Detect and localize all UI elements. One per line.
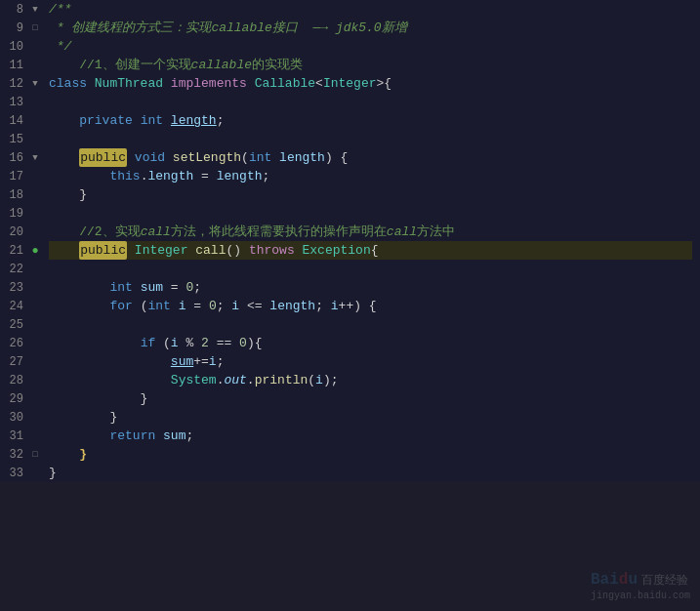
code-token: <= [239, 297, 269, 315]
fold-icon[interactable]: ▼ [29, 5, 41, 15]
line-row: 23 [0, 278, 41, 297]
line-number: 21 [0, 244, 29, 258]
line-number: 10 [0, 40, 29, 54]
code-token: == [209, 334, 239, 352]
line-row: 15 [0, 130, 41, 148]
line-row: 22 [0, 260, 41, 278]
line-row: 30 [0, 408, 41, 427]
code-line-30: } [49, 408, 692, 427]
code-token [127, 241, 135, 260]
code-token: 方法，将此线程需要执行的操作声明在 [171, 223, 387, 241]
code-token: 0 [185, 278, 193, 297]
line-row: 8 ▼ [0, 0, 41, 19]
code-token: length [171, 111, 217, 130]
line-number: 24 [0, 300, 29, 313]
code-token [49, 427, 109, 445]
code-token: 新增 [382, 19, 407, 37]
code-line-17: this.length = length; [49, 167, 692, 185]
line-row: 33 [0, 464, 41, 482]
code-token: this [109, 167, 140, 185]
code-token: % [179, 334, 201, 352]
line-number: 27 [0, 355, 29, 369]
code-token: 0 [209, 297, 217, 315]
code-token: ; [217, 297, 232, 315]
line-row: 32 □ [0, 445, 41, 464]
code-token: setLength [173, 148, 241, 167]
code-token: } [49, 464, 57, 482]
code-token: Callable [255, 74, 315, 93]
code-content[interactable]: /** * 创建线程的方式三：实现callable接口 —→ jdk5.0新增 … [41, 0, 700, 482]
code-token: Integer [135, 241, 188, 260]
code-token: 方法中 [417, 223, 455, 241]
line-row: 26 [0, 334, 41, 352]
fold-icon[interactable]: □ [29, 23, 41, 33]
code-token: { [371, 241, 379, 260]
code-token: //2、实现 [79, 223, 140, 241]
code-token [49, 167, 109, 185]
breakpoint-icon[interactable]: ● [29, 244, 41, 258]
code-token: i [171, 334, 179, 352]
fold-icon[interactable]: ▼ [29, 153, 41, 163]
code-token: */ [49, 37, 71, 56]
code-line-18: } [49, 185, 692, 204]
watermark-text: 百度经验 [641, 572, 688, 589]
code-token: public [79, 241, 127, 260]
line-numbers: 8 ▼ 9 □ 10 11 12 ▼ [0, 0, 41, 482]
line-number: 8 [0, 3, 29, 17]
code-token: } [49, 185, 87, 204]
code-line-16: public void setLength(int length) { [49, 148, 692, 167]
code-token: implements [171, 74, 255, 93]
code-token: jdk5.0 [336, 19, 382, 37]
code-line-27: sum+=i; [49, 352, 692, 371]
code-line-25 [49, 315, 692, 334]
code-token: ; [217, 352, 225, 371]
code-token: ( [163, 334, 171, 352]
line-row: 25 [0, 315, 41, 334]
fold-icon[interactable]: ▼ [29, 79, 41, 89]
line-row: 9 □ [0, 19, 41, 37]
code-token: /** [49, 0, 71, 19]
code-token [49, 278, 109, 297]
code-token: int [141, 111, 171, 130]
code-token: return [109, 427, 163, 445]
code-token: } [49, 408, 117, 427]
code-line-31: return sum; [49, 427, 692, 445]
code-token: < [315, 74, 323, 93]
code-token [49, 148, 79, 167]
code-token: ; [315, 297, 331, 315]
code-token: sum [163, 427, 185, 445]
code-token: callable [211, 19, 271, 37]
code-token: call [195, 241, 226, 260]
line-row: 31 [0, 427, 41, 445]
line-number: 32 [0, 448, 29, 462]
line-row: 17 [0, 167, 41, 185]
code-token: ( [241, 148, 249, 167]
code-token: public [79, 148, 127, 167]
code-token: sum [171, 352, 193, 371]
code-line-9: * 创建线程的方式三：实现callable接口 —→ jdk5.0新增 [49, 19, 692, 37]
code-line-20: //2、实现call方法，将此线程需要执行的操作声明在call方法中 [49, 223, 692, 241]
fold-icon[interactable]: □ [29, 450, 41, 460]
code-token: = [193, 167, 216, 185]
line-row: 10 [0, 37, 41, 56]
code-line-22 [49, 260, 692, 278]
code-token: i [231, 297, 239, 315]
line-row: 19 [0, 204, 41, 223]
code-token: ); [323, 371, 339, 389]
line-number: 13 [0, 96, 29, 109]
code-token: class [49, 74, 95, 93]
code-line-28: System.out.println(i); [49, 371, 692, 389]
code-area[interactable]: 8 ▼ 9 □ 10 11 12 ▼ [0, 0, 700, 482]
code-token: ++) { [339, 297, 377, 315]
code-token [49, 371, 171, 389]
line-row: 29 [0, 389, 41, 408]
line-row: 12 ▼ [0, 74, 41, 93]
code-token: += [193, 352, 209, 371]
code-token: . [247, 371, 255, 389]
line-number: 19 [0, 207, 29, 221]
code-token [49, 223, 79, 241]
line-row: 21 ● [0, 241, 41, 260]
code-token: } [49, 389, 147, 408]
code-token: if [141, 334, 163, 352]
code-token: ){ [247, 334, 263, 352]
